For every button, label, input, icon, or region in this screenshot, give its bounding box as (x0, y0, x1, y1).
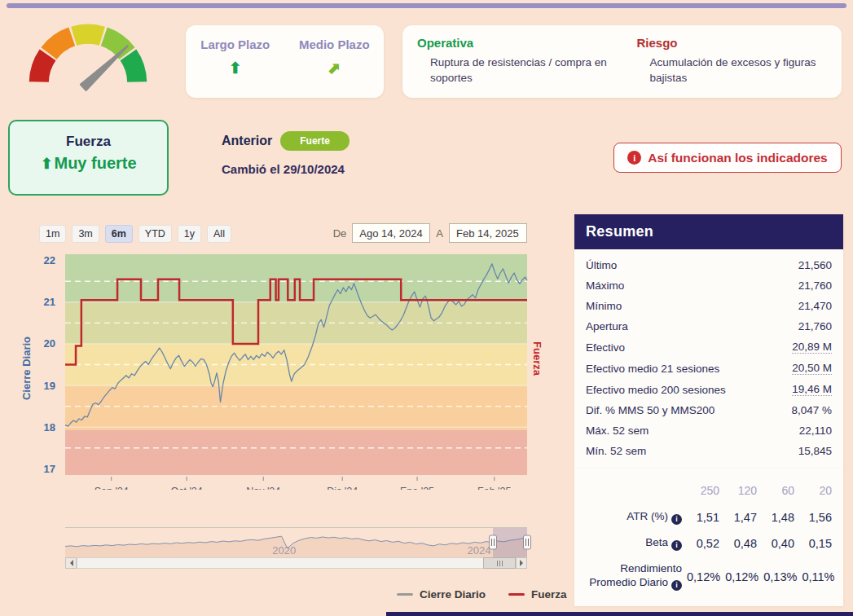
legend-swatch (397, 593, 413, 596)
y-tick-label: 20 (44, 337, 55, 350)
y-tick-label: 21 (44, 296, 55, 308)
legend-label: Cierre Diario (420, 588, 486, 601)
stats-table-panel: 2501206020ATR (%)i1,511,471,481,56Betai0… (574, 469, 843, 606)
scrollbar-track[interactable] (77, 557, 516, 569)
resumen-row-value: 21,560 (798, 259, 832, 271)
scrollbar-thumb[interactable] (483, 557, 516, 569)
signal-card: Operativa Ruptura de resistencias / comp… (402, 25, 842, 98)
navigator-year-label: 2024 (468, 544, 491, 557)
strength-gauge (18, 8, 158, 96)
resumen-row-label: Efectivo medio 200 sesiones (586, 384, 726, 396)
resumen-row-value: 8,047 % (791, 404, 832, 416)
stats-row-label: Rendimiento Promedio Diarioi (586, 562, 682, 591)
x-tick-label: Dic '24 (327, 486, 358, 490)
info-button-label: Así funcionan los indicadores (648, 151, 827, 165)
resumen-row-label: Apertura (586, 320, 628, 332)
operativa-text: Ruptura de resistencias / compra en sopo… (430, 55, 608, 86)
date-from-input[interactable] (352, 223, 430, 243)
how-indicators-work-button[interactable]: i Así funcionan los indicadores (613, 143, 842, 173)
range-button-6m[interactable]: 6m (105, 225, 133, 243)
resumen-row-label: Último (586, 259, 617, 271)
gauge-canvas (18, 8, 158, 96)
range-button-all[interactable]: All (207, 225, 231, 243)
resumen-row: Máximo21,760 (586, 275, 832, 296)
stats-cell-value: 0,40 (762, 537, 794, 550)
range-button-1m[interactable]: 1m (39, 225, 66, 243)
stats-cell-value: 0,48 (724, 537, 757, 550)
info-icon: i (627, 151, 641, 165)
navigator-area (65, 536, 527, 557)
resumen-row-label: Máximo (586, 279, 624, 292)
chart-band (65, 430, 527, 475)
legend-item-fuerza[interactable]: Fuerza (508, 588, 567, 601)
fuerza-value: ⬆Muy fuerte (10, 154, 167, 173)
stats-row-label: ATR (%)i (586, 510, 682, 525)
resumen-row-value[interactable]: 20,50 M (792, 362, 832, 375)
info-icon[interactable]: i (671, 540, 682, 551)
resumen-row: Efectivo medio 200 sesiones19,46 M (586, 379, 832, 400)
stats-row-label: Betai (586, 536, 682, 551)
range-button-1y[interactable]: 1y (178, 225, 201, 243)
resumen-row-value: 21,470 (798, 300, 832, 312)
resumen-row: Efectivo medio 21 sesiones20,50 M (586, 358, 832, 379)
stats-cell-value: 1,48 (762, 511, 794, 524)
stats-table-row: Rendimiento Promedio Diarioi0,12%0,12%0,… (586, 557, 832, 596)
resumen-row-label: Dif. % MMS 50 y MMS200 (586, 404, 714, 416)
main-chart-canvas: 171819202122Sep '24Oct '24Nov '24Dic '24… (0, 249, 547, 490)
resumen-row: Último21,560 (586, 255, 832, 275)
resumen-row: Dif. % MMS 50 y MMS2008,047 % (586, 400, 832, 420)
navigator-handle[interactable] (524, 535, 531, 549)
riesgo-text: Acumulación de excesos y figuras bajista… (650, 55, 828, 86)
range-button-ytd[interactable]: YTD (139, 225, 172, 243)
resumen-row-label: Mínimo (586, 300, 622, 312)
resumen-row-value[interactable]: 19,46 M (792, 383, 832, 396)
x-tick-label: Sep '24 (95, 486, 129, 490)
resumen-row-label: Máx. 52 sem (586, 425, 649, 437)
right-axis-title: Fuerza (531, 341, 543, 376)
stats-cell-value: 1,56 (799, 511, 832, 524)
resumen-row-value[interactable]: 20,89 M (792, 341, 832, 354)
up-right-arrow-icon: ⬈ (328, 59, 341, 77)
stats-row-label-text: Beta (645, 536, 668, 548)
x-tick-label: Ene '25 (400, 486, 434, 490)
info-icon[interactable]: i (671, 580, 682, 591)
scrollbar-right-arrow[interactable] (516, 557, 527, 569)
date-to-input[interactable] (449, 223, 527, 243)
fuerza-title: Fuerza (10, 134, 167, 150)
resumen-row: Mínimo21,470 (586, 296, 832, 316)
y-tick-label: 22 (44, 254, 55, 266)
resumen-row: Efectivo20,89 M (586, 337, 832, 358)
date-from-label: De (333, 227, 347, 240)
riesgo-title: Riesgo (637, 36, 828, 50)
resumen-row-value: 21,760 (798, 279, 832, 292)
operativa-block: Operativa Ruptura de resistencias / comp… (402, 36, 622, 98)
largo-plazo-block: Largo Plazo ⬆ (186, 25, 285, 98)
y-tick-label: 18 (44, 421, 55, 433)
stats-table-row: ATR (%)i1,511,471,481,56 (586, 504, 832, 530)
navigator-selection[interactable] (493, 528, 527, 557)
legend-item-cierre-diario[interactable]: Cierre Diario (397, 588, 486, 601)
chart-scrollbar[interactable] (65, 557, 527, 569)
range-button-3m[interactable]: 3m (72, 225, 99, 243)
info-icon[interactable]: i (671, 514, 682, 525)
y-tick-label: 19 (44, 380, 55, 392)
gauge-segment (71, 24, 105, 46)
legend-swatch (508, 593, 525, 596)
scrollbar-left-arrow[interactable] (65, 557, 77, 569)
footer-bar (386, 612, 853, 616)
stats-column-header: 60 (762, 484, 794, 499)
main-chart[interactable]: 171819202122Sep '24Oct '24Nov '24Dic '24… (0, 249, 547, 490)
up-arrow-icon: ⬆ (229, 59, 242, 77)
stats-cell-value: 0,11% (802, 570, 834, 583)
fuerza-indicator-card: Fuerza ⬆Muy fuerte (8, 120, 169, 196)
x-tick-label: Feb '25 (477, 486, 511, 490)
navigator-handle[interactable] (490, 535, 497, 549)
fuerza-value-text: Muy fuerte (54, 154, 136, 172)
operativa-title: Operativa (417, 36, 608, 50)
chart-legend: Cierre DiarioFuerza (397, 588, 567, 601)
resumen-body: Último21,560Máximo21,760Mínimo21,470Aper… (574, 249, 843, 469)
x-tick-label: Oct '24 (171, 486, 203, 490)
left-axis-title: Cierre Diario (20, 337, 33, 400)
up-arrow-icon: ⬆ (40, 156, 52, 172)
resumen-row-label: Efectivo medio 21 sesiones (586, 363, 719, 375)
